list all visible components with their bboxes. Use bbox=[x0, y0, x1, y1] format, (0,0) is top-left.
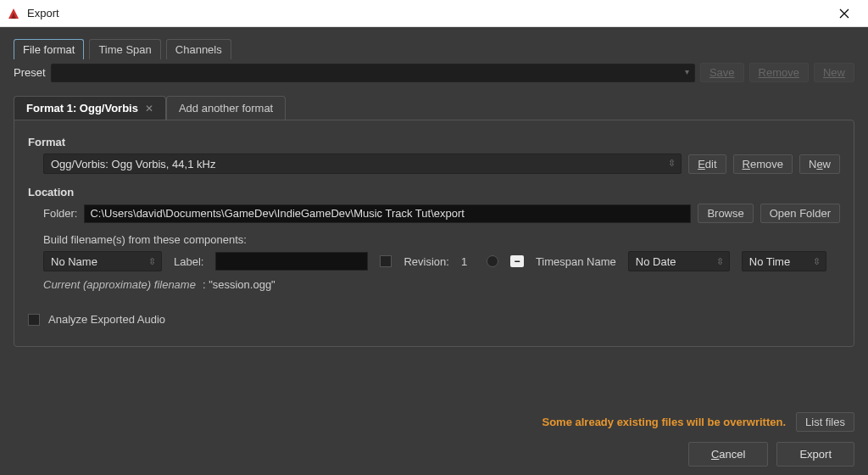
format-tab-1-label: Format 1: Ogg/Vorbis bbox=[26, 102, 138, 115]
component-remove-icon[interactable]: − bbox=[510, 255, 524, 267]
browse-button[interactable]: Browse bbox=[698, 204, 753, 223]
session-name-dropdown[interactable]: No Name bbox=[43, 251, 162, 271]
revision-value: 1 bbox=[461, 255, 475, 268]
revision-checkbox[interactable] bbox=[380, 255, 392, 267]
folder-label: Folder: bbox=[43, 207, 77, 220]
cancel-button[interactable]: Cancel bbox=[688, 442, 768, 467]
label-input[interactable] bbox=[215, 252, 368, 271]
export-button[interactable]: Export bbox=[776, 442, 854, 467]
close-icon bbox=[839, 8, 849, 19]
tab-time-span[interactable]: Time Span bbox=[89, 39, 160, 59]
format-tab-1[interactable]: Format 1: Ogg/Vorbis ✕ bbox=[14, 96, 166, 120]
preset-remove-button[interactable]: Remove bbox=[749, 63, 809, 82]
format-heading: Format bbox=[28, 136, 840, 148]
preset-dropdown[interactable] bbox=[51, 64, 695, 82]
build-filename-label: Build filename(s) from these components: bbox=[43, 233, 247, 246]
list-files-button[interactable]: List files bbox=[796, 412, 854, 432]
current-filename-label: Current (approximate) filename bbox=[43, 278, 196, 291]
current-filename-value: : "session.ogg" bbox=[203, 278, 275, 291]
footer: Some already existing files will be over… bbox=[14, 405, 854, 467]
open-folder-button[interactable]: Open Folder bbox=[760, 204, 840, 223]
app-logo-icon bbox=[7, 7, 20, 20]
date-dropdown[interactable]: No Date bbox=[628, 251, 730, 271]
format-selector[interactable]: Ogg/Vorbis: Ogg Vorbis, 44,1 kHz bbox=[43, 154, 682, 174]
folder-path-input[interactable] bbox=[84, 204, 691, 223]
main-tabs: File format Time Span Channels bbox=[14, 39, 854, 59]
timespan-radio[interactable] bbox=[487, 255, 498, 267]
format-remove-button[interactable]: Remove bbox=[733, 154, 793, 174]
format-panel: Format Ogg/Vorbis: Ogg Vorbis, 44,1 kHz … bbox=[14, 120, 854, 347]
overwrite-warning: Some already existing files will be over… bbox=[542, 416, 786, 428]
time-dropdown[interactable]: No Time bbox=[742, 251, 826, 271]
revision-label: Revision: bbox=[403, 255, 448, 268]
label-label: Label: bbox=[174, 255, 203, 268]
timespan-label: Timespan Name bbox=[536, 255, 616, 268]
tab-channels[interactable]: Channels bbox=[166, 39, 231, 59]
preset-label: Preset bbox=[14, 66, 46, 79]
preset-save-button[interactable]: Save bbox=[700, 63, 744, 82]
format-edit-button[interactable]: Edit bbox=[688, 154, 726, 174]
format-new-button[interactable]: New bbox=[799, 154, 840, 174]
title-bar: Export bbox=[0, 0, 868, 27]
preset-new-button[interactable]: New bbox=[814, 63, 854, 82]
window-title: Export bbox=[27, 7, 59, 20]
preset-row: Preset Save Remove New bbox=[14, 63, 854, 82]
analyze-checkbox[interactable] bbox=[28, 314, 40, 326]
tab-file-format[interactable]: File format bbox=[14, 39, 84, 59]
format-tabs: Format 1: Ogg/Vorbis ✕ Add another forma… bbox=[14, 96, 854, 120]
window-close-button[interactable] bbox=[827, 1, 861, 26]
format-tab-1-close-icon[interactable]: ✕ bbox=[145, 103, 153, 115]
add-format-tab[interactable]: Add another format bbox=[166, 96, 286, 120]
analyze-label: Analyze Exported Audio bbox=[48, 313, 165, 326]
format-selector-value: Ogg/Vorbis: Ogg Vorbis, 44,1 kHz bbox=[51, 158, 215, 170]
location-heading: Location bbox=[28, 186, 840, 198]
